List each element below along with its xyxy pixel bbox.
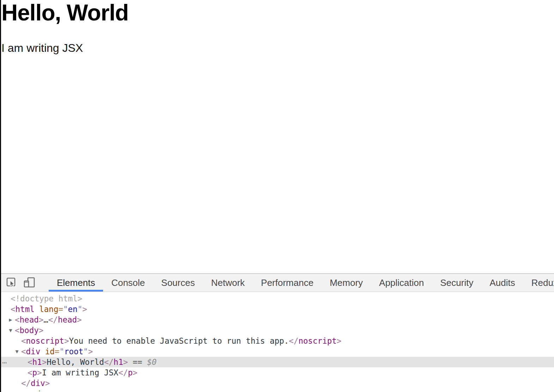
toggle-device-toolbar-icon	[23, 277, 35, 289]
toggle-device-toolbar-button[interactable]	[23, 277, 35, 289]
code-token: id	[45, 347, 55, 356]
tree-line-body[interactable]: ▼<body>	[0, 325, 554, 336]
code-token: </	[21, 379, 31, 388]
tree-line-html[interactable]: <html lang="en">	[0, 304, 554, 314]
code-token: noscript	[299, 336, 337, 345]
code-token: "	[83, 347, 88, 356]
tab-elements[interactable]: Elements	[49, 274, 103, 292]
code-token: p	[128, 368, 133, 377]
code-token: …	[43, 315, 48, 324]
code-token: <	[11, 305, 16, 314]
page-heading: Hello, World	[1, 0, 554, 26]
code-token: "	[78, 305, 83, 314]
tab-audits[interactable]: Audits	[481, 274, 523, 292]
tab-memory[interactable]: Memory	[321, 274, 371, 292]
code-token: div	[26, 347, 41, 356]
tab-network[interactable]: Network	[203, 274, 253, 292]
code-token: html	[16, 305, 35, 314]
code-token: ==	[128, 357, 147, 367]
code-token: =	[55, 347, 60, 356]
tab-security[interactable]: Security	[432, 274, 482, 292]
expand-arrow-icon[interactable]: ▶	[7, 314, 14, 325]
code-token	[35, 305, 40, 314]
devtools-tabs: ElementsConsoleSourcesNetworkPerformance…	[49, 274, 554, 292]
code-token: </	[104, 357, 114, 367]
tab-application[interactable]: Application	[371, 274, 432, 292]
code-token: <	[21, 347, 26, 356]
code-token: =	[58, 305, 63, 314]
code-token: <	[28, 368, 32, 377]
code-token: h1	[32, 357, 42, 367]
code-token: noscript	[26, 336, 64, 345]
code-token: root	[64, 347, 83, 356]
code-token: p	[32, 368, 37, 377]
tab-redux[interactable]: Redux	[523, 274, 554, 292]
tree-line-doctype[interactable]: <!doctype html>	[0, 293, 554, 304]
tab-performance[interactable]: Performance	[253, 274, 322, 292]
code-token: "	[59, 347, 64, 356]
code-token: <	[15, 315, 20, 324]
code-token: <	[28, 357, 32, 367]
inspect-element-button[interactable]	[6, 277, 17, 289]
code-token: >	[39, 326, 44, 335]
code-token: >	[337, 336, 342, 345]
code-token: <	[15, 326, 20, 335]
devtools-toolbar: ElementsConsoleSourcesNetworkPerformance…	[0, 274, 554, 292]
code-token: h1	[114, 357, 123, 367]
code-token: en	[68, 305, 78, 314]
code-token: >	[133, 368, 138, 377]
code-token: </	[48, 315, 58, 324]
tree-line-div-close[interactable]: </div>	[0, 378, 554, 388]
code-token: Hello, World	[47, 357, 104, 367]
code-token: head	[58, 315, 77, 324]
code-token: I am writing JSX	[42, 368, 119, 377]
tree-line-noscript[interactable]: <noscript>You need to enable JavaScript …	[0, 336, 554, 346]
code-token: <!doctype html>	[11, 294, 82, 303]
code-token: </	[289, 336, 299, 345]
code-token: div	[31, 379, 45, 388]
tree-line-h1-selected[interactable]: …<h1>Hello, World</h1> == $0	[0, 357, 554, 367]
code-token: >	[82, 305, 87, 314]
tab-sources[interactable]: Sources	[153, 274, 203, 292]
code-token: >	[39, 315, 44, 324]
code-token: >	[45, 379, 50, 388]
tree-line-clipped[interactable]: <!--	[0, 388, 554, 391]
collapse-arrow-icon[interactable]: ▼	[7, 325, 14, 336]
tree-line-p[interactable]: <p>I am writing JSX</p>	[0, 367, 554, 378]
code-token: body	[20, 326, 39, 335]
tab-console[interactable]: Console	[103, 274, 153, 292]
page-paragraph: I am writing JSX	[1, 41, 554, 55]
row-menu-dots-icon[interactable]: …	[2, 355, 8, 366]
code-token: >	[64, 336, 69, 345]
code-token: >	[77, 315, 82, 324]
code-token: >	[88, 347, 93, 356]
elements-tree: <!doctype html><html lang="en">▶<head>…<…	[0, 292, 554, 391]
code-token: head	[20, 315, 39, 324]
window-left-border	[0, 0, 1, 392]
code-token: </	[118, 368, 128, 377]
inspect-element-icon	[6, 277, 17, 289]
code-token: <	[21, 336, 26, 345]
tree-line-div-root[interactable]: ▼<div id="root">	[0, 346, 554, 357]
code-token: >	[42, 357, 47, 367]
devtools-panel: ElementsConsoleSourcesNetworkPerformance…	[0, 274, 554, 391]
code-token	[40, 347, 45, 356]
code-token: "	[63, 305, 68, 314]
code-token: >	[37, 368, 42, 377]
rendered-page: Hello, World I am writing JSX	[0, 0, 554, 274]
collapse-arrow-icon[interactable]: ▼	[13, 346, 20, 357]
code-token: lang	[39, 305, 58, 314]
code-token: <!--	[28, 389, 52, 391]
code-token: $0	[147, 357, 157, 367]
code-token: >	[123, 357, 128, 367]
tree-line-head[interactable]: ▶<head>…</head>	[0, 314, 554, 325]
code-token: You need to enable JavaScript to run thi…	[69, 336, 289, 345]
